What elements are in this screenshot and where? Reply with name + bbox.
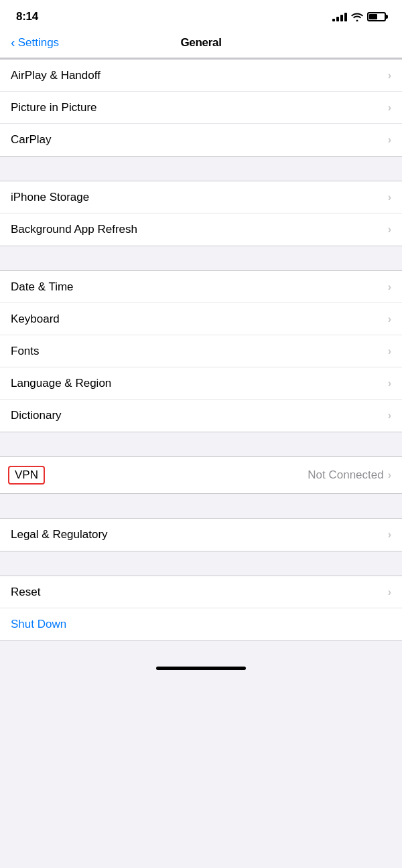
sidebar-item-dictionary[interactable]: Dictionary › <box>0 400 402 432</box>
settings-group-airplay: AirPlay & Handoff › Picture in Picture ›… <box>0 59 402 157</box>
sidebar-item-date-time[interactable]: Date & Time › <box>0 271 402 303</box>
reset-label: Reset <box>11 586 388 599</box>
chevron-right-icon: › <box>388 281 391 293</box>
keyboard-label: Keyboard <box>11 313 388 326</box>
nav-header: ‹ Settings General <box>0 29 402 58</box>
sidebar-item-keyboard[interactable]: Keyboard › <box>0 303 402 335</box>
chevron-right-icon: › <box>388 191 391 203</box>
chevron-right-icon: › <box>388 469 391 481</box>
sidebar-item-language-region[interactable]: Language & Region › <box>0 367 402 400</box>
chevron-right-icon: › <box>388 224 391 236</box>
section-gap-5 <box>0 551 402 576</box>
shutdown-label: Shut Down <box>11 618 391 631</box>
signal-icon <box>332 12 347 21</box>
status-bar: 8:14 <box>0 0 402 29</box>
settings-group-vpn: VPN Not Connected › <box>0 456 402 494</box>
status-time: 8:14 <box>16 10 38 23</box>
back-label: Settings <box>18 36 59 50</box>
back-button[interactable]: ‹ Settings <box>11 35 59 50</box>
home-bar <box>156 667 246 670</box>
sidebar-item-iphone-storage[interactable]: iPhone Storage › <box>0 181 402 213</box>
picture-label: Picture in Picture <box>11 101 388 114</box>
settings-group-legal: Legal & Regulatory › <box>0 518 402 551</box>
sidebar-item-picture-in-picture[interactable]: Picture in Picture › <box>0 92 402 124</box>
background-app-label: Background App Refresh <box>11 223 388 236</box>
chevron-right-icon: › <box>388 586 391 598</box>
sidebar-item-legal[interactable]: Legal & Regulatory › <box>0 519 402 551</box>
home-indicator <box>0 661 402 677</box>
section-gap-1 <box>0 157 402 181</box>
section-gap-4 <box>0 494 402 518</box>
fonts-label: Fonts <box>11 345 388 358</box>
battery-icon <box>367 12 386 21</box>
vpn-label: VPN <box>8 466 45 485</box>
chevron-right-icon: › <box>388 377 391 389</box>
settings-group-reset: Reset › Shut Down <box>0 576 402 641</box>
back-chevron-icon: ‹ <box>11 35 15 50</box>
sidebar-item-airplay[interactable]: AirPlay & Handoff › <box>0 60 402 92</box>
date-time-label: Date & Time <box>11 280 388 294</box>
chevron-right-icon: › <box>388 529 391 541</box>
sidebar-item-vpn[interactable]: VPN Not Connected › <box>0 457 402 493</box>
sidebar-item-shutdown[interactable]: Shut Down <box>0 608 402 640</box>
sidebar-item-reset[interactable]: Reset › <box>0 576 402 608</box>
page-title: General <box>180 36 221 50</box>
iphone-storage-label: iPhone Storage <box>11 191 388 204</box>
vpn-status: Not Connected <box>308 468 383 482</box>
chevron-right-icon: › <box>388 410 391 422</box>
carplay-label: CarPlay <box>11 133 388 147</box>
wifi-icon <box>351 12 363 21</box>
status-icons <box>332 12 386 21</box>
legal-label: Legal & Regulatory <box>11 528 388 541</box>
chevron-right-icon: › <box>388 313 391 325</box>
sidebar-item-fonts[interactable]: Fonts › <box>0 335 402 367</box>
chevron-right-icon: › <box>388 102 391 114</box>
sidebar-item-carplay[interactable]: CarPlay › <box>0 124 402 156</box>
chevron-right-icon: › <box>388 345 391 357</box>
dictionary-label: Dictionary <box>11 409 388 422</box>
chevron-right-icon: › <box>388 134 391 146</box>
settings-group-locale: Date & Time › Keyboard › Fonts › Languag… <box>0 270 402 432</box>
airplay-label: AirPlay & Handoff <box>11 69 388 82</box>
sidebar-item-background-app-refresh[interactable]: Background App Refresh › <box>0 213 402 246</box>
section-gap-2 <box>0 246 402 270</box>
language-label: Language & Region <box>11 377 388 390</box>
chevron-right-icon: › <box>388 70 391 82</box>
section-gap-3 <box>0 432 402 456</box>
bottom-spacer <box>0 641 402 661</box>
settings-group-storage: iPhone Storage › Background App Refresh … <box>0 181 402 246</box>
